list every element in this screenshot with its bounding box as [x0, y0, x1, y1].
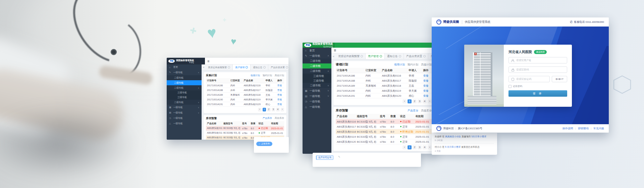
page-button-4[interactable]: 4	[423, 99, 427, 103]
view-link[interactable]: 查看	[423, 79, 428, 82]
sidebar-item-nav3[interactable]: 三级导航	[167, 95, 202, 100]
page-button-4[interactable]: 4	[276, 108, 280, 111]
link-reservation-plan[interactable]: 预约计划	[408, 63, 418, 66]
page-button-3[interactable]: 3	[418, 99, 422, 103]
page-button-3[interactable]: 3	[272, 108, 275, 111]
link-faq[interactable]: 常见问题	[593, 127, 604, 130]
sidebar-item-nav3[interactable]: 三级导航	[167, 90, 202, 95]
page-button-2[interactable]: 2	[413, 99, 417, 103]
page-button-2[interactable]: 2	[267, 108, 271, 111]
sidebar-item-nav2-active[interactable]: 二级导航	[167, 80, 202, 85]
remember-checkbox[interactable]	[508, 85, 512, 88]
tab-user-management[interactable]: 用户管理	[233, 64, 251, 70]
sidebar-item-nav1[interactable]: △ 一级导航	[167, 121, 202, 126]
prev-page-button[interactable]: ‹	[402, 99, 407, 103]
next-page-button[interactable]: ›	[428, 145, 432, 149]
sidebar-item-nav3[interactable]: 三级导航	[303, 78, 331, 83]
link-requisition-plan[interactable]: 领用计划	[394, 63, 405, 66]
cell-status: 正常	[399, 139, 415, 144]
cell-batch: o78o	[241, 135, 250, 140]
username-field[interactable]	[508, 57, 567, 63]
link-instructions[interactable]: 操作说明	[562, 127, 573, 130]
cell-action: 查看	[276, 102, 284, 107]
captcha-input[interactable]	[516, 77, 549, 81]
tab-notices[interactable]: 通知公告	[385, 53, 404, 59]
hospital-badge[interactable]: 请选医院	[534, 50, 547, 54]
sidebar-item-nav1[interactable]: ✎ 一级导航 ∧	[167, 70, 202, 75]
page-button-1[interactable]: 1	[408, 99, 412, 103]
password-input[interactable]	[516, 68, 567, 72]
tab-user-management[interactable]: 用户管理	[366, 53, 385, 59]
captcha-challenge[interactable]: 6+8=?	[552, 76, 567, 82]
hamburger-menu-icon[interactable]: ≡	[207, 59, 209, 63]
collapse-tabs-icon[interactable]: «	[331, 53, 336, 59]
view-link[interactable]: 查看	[423, 94, 428, 97]
view-link[interactable]: 查看	[423, 84, 428, 87]
view-link[interactable]: 查看	[423, 89, 428, 92]
view-link[interactable]: 查看	[277, 84, 282, 87]
next-page-button[interactable]: ›	[428, 99, 432, 103]
prev-page-button[interactable]: ‹	[402, 145, 407, 149]
password-field[interactable]	[508, 66, 567, 73]
sidebar-item-nav3[interactable]: 三级导航	[303, 74, 331, 78]
sidebar-item-nav2[interactable]: 二级导航	[303, 58, 331, 63]
sidebar-item-home[interactable]: ⌂ 首页	[303, 48, 331, 53]
sidebar-item-nav2[interactable]: 二级导航∨	[167, 100, 202, 105]
view-link[interactable]: 查看	[423, 74, 428, 77]
feed-link[interactable]: 凤凰精英小分队	[445, 135, 461, 138]
login-button[interactable]: 登 录	[508, 90, 567, 97]
sidebar-item-nav2[interactable]: 二级导航∨	[303, 83, 331, 88]
link-highvalue-stock[interactable]: 高值库存	[275, 116, 284, 120]
link-reservation-plan[interactable]: 预约计划	[263, 74, 272, 77]
link-key-driver[interactable]: 密钥驱动	[578, 127, 589, 130]
view-link[interactable]: 查看	[277, 89, 282, 91]
link-highvalue-stock[interactable]: 高值库存	[421, 109, 432, 112]
tab-notices[interactable]: 通知公告	[251, 64, 268, 70]
username-input[interactable]	[516, 58, 567, 62]
sidebar-item-nav1[interactable]: ◷ 一级导航	[303, 99, 331, 104]
tab-cert-expiry[interactable]: 资质证件效期预警	[336, 53, 366, 59]
sidebar-item-nav1[interactable]: ◷ 一级导航	[167, 115, 202, 121]
tab-status-icon	[286, 66, 288, 68]
sidebar-item-home[interactable]: ⌂ 首页	[167, 64, 202, 70]
stethoscope-head-icon	[111, 49, 117, 55]
upload-button[interactable]: ↑ 上传文件	[256, 142, 272, 146]
tab-cert-expiry[interactable]: 资质证件效期预警	[206, 64, 233, 70]
license-tag[interactable]: 生产许可证号	[316, 155, 333, 160]
feed-link[interactable]: 5 月日常小需求	[445, 146, 461, 148]
edit-pencil-icon[interactable]: ✎	[338, 155, 340, 158]
sidebar-item-nav2[interactable]: 二级导航	[167, 75, 202, 80]
sidebar-item-nav2-active[interactable]: 二级导航	[303, 63, 331, 68]
prev-page-button[interactable]: ‹	[258, 108, 262, 111]
feed-link[interactable]: 5月日常小需求	[472, 135, 487, 138]
link-product-stock[interactable]: 产品库存	[263, 116, 272, 120]
link-highvalue-plan[interactable]: 高值计划	[275, 74, 284, 77]
view-link[interactable]: 查看	[277, 103, 282, 105]
view-link[interactable]: 查看	[277, 94, 282, 96]
sidebar-item-nav1[interactable]: ✎ 一级导航 ∧	[303, 53, 331, 58]
sidebar-item-nav1[interactable]: ▤ 一级导航 ∨	[303, 93, 331, 99]
next-page-button[interactable]: ›	[281, 108, 284, 111]
page-button-2[interactable]: 2	[413, 145, 417, 149]
cell-status: 正常	[258, 131, 270, 135]
page-button-3[interactable]: 3	[418, 145, 422, 149]
page-button-1[interactable]: 1	[408, 145, 412, 149]
sidebar-item-nav2[interactable]: 二级导航∧	[167, 85, 202, 90]
link-product-stock[interactable]: 产品库存	[408, 109, 418, 112]
link-highvalue-plan[interactable]: 高值计划	[421, 63, 432, 66]
tab-product-category[interactable]: 产品分类设置	[404, 53, 428, 59]
captcha-field[interactable]	[508, 76, 550, 82]
page-button-1[interactable]: 1	[263, 108, 266, 111]
sidebar-item-nav1[interactable]: ▤ 一级导航 ∨	[167, 110, 202, 115]
sidebar-item-nav2[interactable]: 二级导航∧	[303, 68, 331, 74]
hamburger-menu-icon[interactable]: ≡	[334, 48, 336, 53]
tab-product-category[interactable]: 产品分类设置	[268, 64, 288, 70]
medical-cross-icon: ✚	[223, 17, 226, 22]
link-requisition-plan[interactable]: 领用计划	[251, 74, 260, 77]
sidebar-item-nav1[interactable]: ▦ 一级导航 ∨	[167, 105, 202, 110]
collapse-tabs-icon[interactable]: «	[202, 64, 206, 70]
sidebar-item-nav1[interactable]: △ 一级导航	[303, 104, 331, 109]
sidebar-item-nav1[interactable]: ▦ 一级导航 ∨	[303, 88, 331, 93]
page-button-4[interactable]: 4	[423, 145, 427, 149]
view-link[interactable]: 查看	[277, 98, 282, 101]
